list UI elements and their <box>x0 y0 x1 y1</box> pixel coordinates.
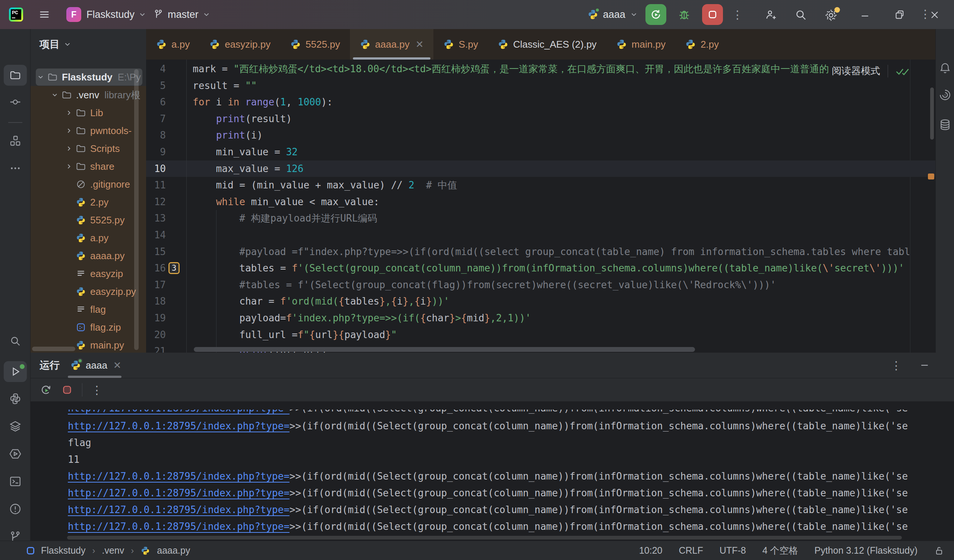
database-tool-button[interactable] <box>939 118 951 131</box>
gutter[interactable]: 6 <box>146 94 193 110</box>
breadcrumb[interactable]: Flaskstudy›.venv›aaaa.py <box>27 545 190 556</box>
interpreter[interactable]: Python 3.12 (Flaskstudy) <box>814 545 918 556</box>
run-tool-button[interactable] <box>4 361 27 382</box>
code-line-9[interactable]: 9 min_value = 32 <box>146 144 935 160</box>
gutter[interactable]: 4 <box>146 61 193 78</box>
unlock-icon[interactable] <box>934 546 944 556</box>
restore-button[interactable] <box>894 9 906 21</box>
structure-tool-button[interactable] <box>9 135 21 147</box>
editor-tab-2.py[interactable]: 2.py <box>675 29 728 59</box>
chevron-right-icon[interactable] <box>64 127 74 134</box>
code-line-8[interactable]: 8 print(i) <box>146 127 935 144</box>
run-configuration-selector[interactable]: aaaa <box>587 0 638 29</box>
main-menu-button[interactable] <box>38 0 51 29</box>
console-more-menu[interactable]: ⋮ <box>91 384 103 397</box>
indent-setting[interactable]: 4 个空格 <box>762 544 798 557</box>
tree-item-.venv[interactable]: .venvlibrary根 <box>31 86 146 104</box>
code-line-14[interactable]: 14 <box>146 227 935 244</box>
code-editor[interactable]: 4mark = "西红柿炒鸡蛋</td><td>18.00</td><td>西红… <box>146 59 935 353</box>
problems-tool-button[interactable] <box>9 502 22 515</box>
tree-item-pwntools-[interactable]: pwntools- <box>31 122 146 140</box>
tree-item-Lib[interactable]: Lib <box>31 104 146 122</box>
python-packages-tool-button[interactable] <box>9 420 22 432</box>
gutter[interactable]: 12 <box>146 194 193 210</box>
editor-tab-S.py[interactable]: S.py <box>433 29 488 59</box>
settings-button[interactable] <box>824 9 838 22</box>
rerun-button[interactable] <box>645 4 666 25</box>
gutter[interactable]: 13 <box>146 210 193 227</box>
chevron-down-icon[interactable] <box>36 73 45 81</box>
code-line-16[interactable]: 163 tables = f'(Select(group_concat(colu… <box>146 260 935 277</box>
console-horizontal-scrollbar[interactable] <box>67 536 902 540</box>
tree-item-a.py[interactable]: a.py <box>31 229 146 247</box>
gutter[interactable]: 17 <box>146 277 193 293</box>
chevron-right-icon[interactable] <box>64 163 74 170</box>
ai-assistant-tool-button[interactable] <box>939 89 951 101</box>
code-line-19[interactable]: 19 payload=f'index.php?type=>>(if({char}… <box>146 310 935 327</box>
tab-close-icon[interactable]: ✕ <box>416 39 424 50</box>
gutter[interactable]: 5 <box>146 78 193 94</box>
code-line-6[interactable]: 6for i in range(1, 1000): <box>146 94 935 110</box>
run-panel-options-menu[interactable]: ⋮ <box>891 359 902 372</box>
breadcrumb-item[interactable]: aaaa.py <box>157 545 190 556</box>
project-avatar[interactable]: F <box>66 0 81 29</box>
gutter[interactable]: 7 <box>146 110 193 128</box>
gutter[interactable]: 21 <box>146 343 193 353</box>
code-line-20[interactable]: 20 full_url =f"{url}{payload}" <box>146 327 935 343</box>
code-line-13[interactable]: 13 # 构建payload并进行URL编码 <box>146 210 935 227</box>
code-with-me-button[interactable] <box>765 9 777 21</box>
tree-item-share[interactable]: share <box>31 157 146 175</box>
project-selector[interactable]: Flaskstudy <box>86 0 147 29</box>
console-url-link[interactable]: http://127.0.0.1:28795/index.php?type= <box>68 487 290 499</box>
gutter[interactable]: 15 <box>146 244 193 260</box>
gutter[interactable]: 10 <box>146 160 193 177</box>
code-line-15[interactable]: 15 #payload =f"index.php?type=>>(if(ord(… <box>146 244 935 260</box>
editor-tab-main.py[interactable]: main.py <box>606 29 675 59</box>
console-url-link[interactable]: http://127.0.0.1:28795/index.php?type= <box>68 504 290 515</box>
notifications-tool-button[interactable] <box>939 62 951 75</box>
gutter[interactable]: 20 <box>146 327 193 343</box>
code-line-12[interactable]: 12 while min_value < max_value: <box>146 194 935 210</box>
vcs-branch-selector[interactable]: master <box>153 0 210 29</box>
tree-vertical-scrollbar[interactable] <box>134 69 139 350</box>
tree-item-flag[interactable]: flag <box>31 300 146 318</box>
editor-horizontal-scrollbar[interactable] <box>194 347 695 352</box>
project-panel-header[interactable]: 项目 <box>39 29 72 59</box>
editor-tab-easyzip.py[interactable]: easyzip.py <box>200 29 280 59</box>
terminal-tool-button[interactable] <box>9 475 22 488</box>
tree-item-easyzip[interactable]: easyzip <box>31 265 146 283</box>
stop-button[interactable] <box>702 4 723 25</box>
error-stripe-mark[interactable] <box>928 174 934 179</box>
tree-item-aaaa.py[interactable]: aaaa.py <box>31 247 146 265</box>
gutter[interactable]: 19 <box>146 310 193 327</box>
more-actions-menu[interactable]: ⋮ <box>732 0 743 29</box>
gutter[interactable]: 163 <box>146 260 193 277</box>
find-tool-button[interactable] <box>9 335 21 347</box>
caret-position[interactable]: 10:20 <box>639 545 662 556</box>
editor-tab-aaaa.py[interactable]: aaaa.py✕ <box>350 29 433 59</box>
tree-item-easyzip.py[interactable]: easyzip.py <box>31 283 146 300</box>
tree-item-Scripts[interactable]: Scripts <box>31 140 146 157</box>
tree-item-flag.zip[interactable]: flag.zip <box>31 318 146 336</box>
console-url-link[interactable]: http://127.0.0.1:28795/index.php?type= <box>68 420 290 432</box>
tree-horizontal-scrollbar[interactable] <box>32 347 75 351</box>
rerun-icon[interactable] <box>39 384 52 396</box>
console-url-link[interactable]: http://127.0.0.1:28795/index.php?type= <box>68 471 290 482</box>
project-tool-button[interactable] <box>4 65 27 86</box>
tree-item-.gitignore[interactable]: .gitignore <box>31 175 146 193</box>
breadcrumb-item[interactable]: Flaskstudy <box>41 545 85 556</box>
run-console-output[interactable]: http://127.0.0.1:28795/index.php?type=>>… <box>31 409 954 535</box>
gutter[interactable]: 11 <box>146 177 193 194</box>
reader-mode-widget[interactable]: 阅读器模式 <box>832 64 910 78</box>
run-tab-aaaa[interactable]: aaaa ✕ <box>70 353 122 378</box>
chevron-right-icon[interactable] <box>64 109 74 117</box>
code-line-18[interactable]: 18 char = f'ord(mid({tables},{i},{i}))' <box>146 293 935 310</box>
file-encoding[interactable]: UTF-8 <box>720 545 746 556</box>
code-line-10[interactable]: 10 max_value = 126 <box>146 160 935 177</box>
python-console-tool-button[interactable] <box>9 392 22 405</box>
services-tool-button[interactable] <box>9 448 22 460</box>
editor-tab-Classic_AES (2).py[interactable]: Classic_AES (2).py <box>488 29 606 59</box>
gutter[interactable]: 18 <box>146 293 193 310</box>
tree-item-Flaskstudy[interactable]: FlaskstudyE:\Py <box>31 68 146 86</box>
editor-tab-a.py[interactable]: a.py <box>146 29 200 59</box>
